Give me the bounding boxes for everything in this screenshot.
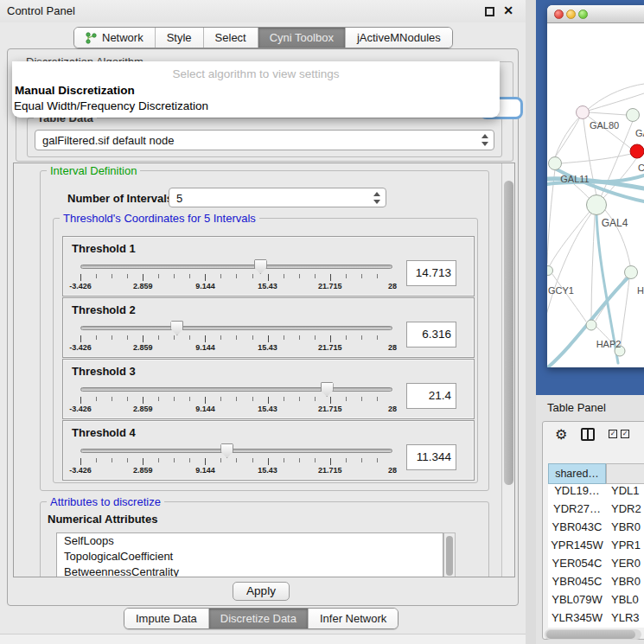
slider-track[interactable] xyxy=(80,265,392,269)
cell-shared-name[interactable]: YLR345W xyxy=(548,611,606,628)
node-label: C xyxy=(638,163,644,173)
table-row[interactable]: YPR145WYPR1 xyxy=(548,539,644,557)
node-label: GCY1 xyxy=(548,285,574,296)
tab-label: Impute Data xyxy=(136,612,197,625)
cell-shared-name[interactable]: YBR045C xyxy=(548,575,606,593)
combo-stepper-icon xyxy=(373,192,381,204)
network-node-hap2[interactable] xyxy=(586,320,596,330)
gear-icon[interactable]: ⚙ xyxy=(555,426,567,443)
table-body[interactable]: YDL19…YDL1YDR27…YDR2YBR043CYBR0YPR145WYP… xyxy=(548,484,644,628)
slider-thumb[interactable] xyxy=(220,443,233,458)
node-label: GAL11 xyxy=(560,174,589,184)
table-row[interactable]: YLR345WYLR3 xyxy=(548,611,644,628)
cell-name[interactable]: YPR1 xyxy=(606,539,644,557)
tab-style[interactable]: Style xyxy=(156,28,204,48)
tick-label: 21.715 xyxy=(318,282,342,290)
algorithm-option-manual[interactable]: Manual Discretization xyxy=(15,84,135,97)
tab-network[interactable]: Network xyxy=(74,28,156,48)
apply-button[interactable]: Apply xyxy=(233,582,290,601)
threshold-value-field[interactable]: 11.344 xyxy=(406,444,456,470)
cell-name[interactable]: YBL0 xyxy=(606,593,644,611)
float-window-icon[interactable] xyxy=(485,7,494,16)
network-canvas[interactable]: GAL80GACGAL11GAL4GCY1HHAP2 xyxy=(547,23,644,367)
number-of-intervals-combo[interactable]: 5 xyxy=(169,188,386,207)
table-row[interactable]: YBL079WYBL0 xyxy=(548,593,644,611)
split-columns-icon[interactable] xyxy=(581,428,595,441)
tick-label: 2.859 xyxy=(133,466,153,475)
checkbox-icon[interactable]: ✓ xyxy=(621,430,629,438)
cell-shared-name[interactable]: YPR145W xyxy=(548,539,606,557)
cell-name[interactable]: YER0 xyxy=(606,557,644,575)
network-view-panel: GAL80GACGAL11GAL4GCY1HHAP2 xyxy=(536,0,644,395)
attributes-list-scrollbar[interactable] xyxy=(443,532,456,577)
slider-thumb[interactable] xyxy=(170,321,183,335)
cell-shared-name[interactable]: YER054C xyxy=(548,557,606,575)
network-node-gal80[interactable] xyxy=(577,106,590,119)
table-data-group: Table Data galFiltered.sif default node xyxy=(27,118,502,157)
slider-thumb[interactable] xyxy=(254,259,267,274)
column-header-shared-name[interactable]: shared… xyxy=(548,463,606,484)
network-window: GAL80GACGAL11GAL4GCY1HHAP2 xyxy=(547,5,644,367)
network-node-c[interactable] xyxy=(630,144,644,158)
cell-shared-name[interactable]: YBR043C xyxy=(548,520,606,539)
attribute-item[interactable]: SelfLoops xyxy=(57,533,443,549)
slider-tick-labels: -3.4262.8599.14415.4321.71528 xyxy=(80,466,392,475)
scrollbar-thumb[interactable] xyxy=(504,181,513,485)
cell-name[interactable]: YBR0 xyxy=(606,575,644,593)
cell-shared-name[interactable]: YDL19… xyxy=(548,484,606,502)
cell-shared-name[interactable]: YDR27… xyxy=(548,502,606,520)
attribute-item[interactable]: BetweennessCentrality xyxy=(57,564,443,577)
network-node-ga[interactable] xyxy=(627,109,640,122)
table-row[interactable]: YBR043CYBR0 xyxy=(548,520,644,539)
table-data-combo[interactable]: galFiltered.sif default node xyxy=(35,130,494,150)
slider-track[interactable] xyxy=(80,326,392,330)
tab-impute-data[interactable]: Impute Data xyxy=(124,609,209,628)
algorithm-option-equal-width[interactable]: Equal Width/Frequency Discretization xyxy=(14,99,208,112)
top-tab-bar: NetworkStyleSelectCyni ToolboxjActiveMNo… xyxy=(73,27,453,48)
threshold-value-field[interactable]: 14.713 xyxy=(406,260,456,286)
close-icon[interactable]: ✕ xyxy=(503,3,513,17)
cell-shared-name[interactable]: YBL079W xyxy=(548,593,606,611)
tab-cyni-toolbox[interactable]: Cyni Toolbox xyxy=(258,28,346,48)
table-row[interactable]: YER054CYER0 xyxy=(548,557,644,575)
table-header-row: shared… na xyxy=(548,463,644,484)
slider-thumb[interactable] xyxy=(321,382,334,397)
settings-vertical-scrollbar[interactable] xyxy=(501,163,514,577)
scrollbar-thumb[interactable] xyxy=(546,630,635,639)
table-row[interactable]: YDL19…YDL1 xyxy=(548,484,644,502)
table-data-combo-value: galFiltered.sif default node xyxy=(42,134,174,147)
slider-track[interactable] xyxy=(80,387,392,392)
cell-name[interactable]: YDL1 xyxy=(606,484,644,502)
tab-label: jActiveMNodules xyxy=(357,31,441,44)
checkbox-icon[interactable]: ✓ xyxy=(609,430,617,438)
column-header-name[interactable]: na xyxy=(606,463,644,484)
tab-select[interactable]: Select xyxy=(204,28,258,48)
network-node-gcy1[interactable] xyxy=(547,266,553,276)
attribute-item[interactable]: TopologicalCoefficient xyxy=(57,549,443,564)
slider-track[interactable] xyxy=(80,449,392,453)
scrollbar-thumb[interactable] xyxy=(446,536,453,576)
network-node-gal11[interactable] xyxy=(549,157,562,170)
close-traffic-light-icon[interactable] xyxy=(554,10,564,19)
cell-name[interactable]: YLR3 xyxy=(606,611,644,628)
minimize-traffic-light-icon[interactable] xyxy=(566,10,576,19)
network-node-gal4[interactable] xyxy=(587,195,607,215)
network-graph: GAL80GACGAL11GAL4GCY1HHAP2 xyxy=(547,23,644,367)
combo-stepper-icon xyxy=(481,134,489,146)
network-node-h[interactable] xyxy=(625,266,638,279)
zoom-traffic-light-icon[interactable] xyxy=(578,10,588,19)
table-row[interactable]: YDR27…YDR2 xyxy=(548,502,644,520)
numerical-attributes-list[interactable]: SelfLoopsTopologicalCoefficientBetweenne… xyxy=(56,532,443,577)
tab-jactivemnodules[interactable]: jActiveMNodules xyxy=(346,28,452,48)
network-nodes[interactable] xyxy=(547,106,644,357)
tab-discretize-data[interactable]: Discretize Data xyxy=(209,609,309,628)
table-horizontal-scrollbar[interactable] xyxy=(545,629,641,640)
tab-label: Style xyxy=(167,31,192,44)
threshold-value-field[interactable]: 21.4 xyxy=(406,383,456,409)
threshold-value-field[interactable]: 6.316 xyxy=(406,322,456,348)
tab-infer-network[interactable]: Infer Network xyxy=(309,609,398,628)
cell-name[interactable]: YDR2 xyxy=(606,502,644,520)
table-row[interactable]: YBR045CYBR0 xyxy=(548,575,644,593)
tick-label: 15.43 xyxy=(258,405,277,413)
cell-name[interactable]: YBR0 xyxy=(606,520,644,539)
